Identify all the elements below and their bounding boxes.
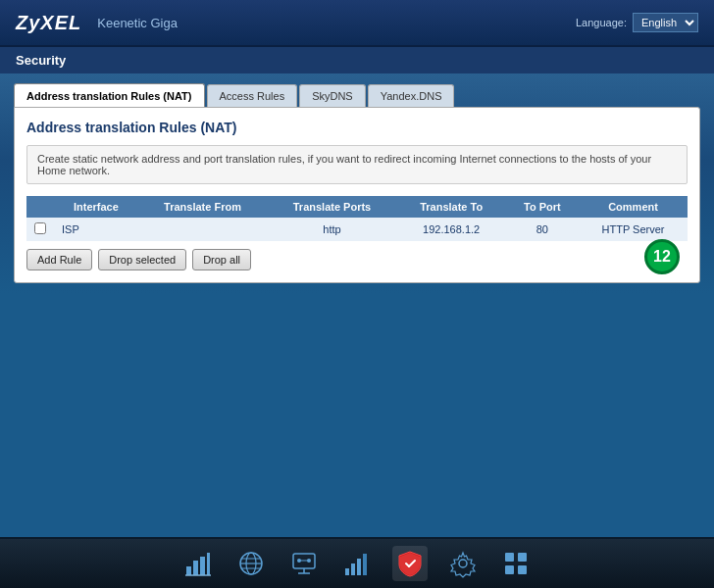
row-translate-from	[138, 218, 268, 241]
svg-rect-26	[518, 565, 527, 574]
security-taskbar-icon[interactable]	[392, 546, 428, 581]
product-name: Keenetic Giga	[97, 16, 178, 30]
svg-rect-3	[207, 553, 210, 575]
tab-nat[interactable]: Address translation Rules (NAT)	[14, 83, 205, 107]
rules-table: Interface Translate From Translate Ports…	[26, 196, 688, 241]
row-to-port: 80	[506, 218, 579, 241]
svg-point-22	[459, 560, 467, 567]
svg-rect-23	[505, 553, 514, 562]
col-comment: Comment	[579, 196, 688, 218]
row-checkbox[interactable]	[34, 222, 46, 234]
description-text: Create static network address and port t…	[26, 145, 688, 184]
main-panel: Address translation Rules (NAT) Create s…	[14, 107, 700, 283]
add-rule-button[interactable]: Add Rule	[26, 249, 92, 270]
row-checkbox-cell	[26, 218, 54, 241]
col-interface: Interface	[54, 196, 138, 218]
tab-yandex-dns[interactable]: Yandex.DNS	[368, 84, 455, 107]
row-comment: HTTP Server	[579, 218, 688, 241]
svg-rect-24	[518, 553, 527, 562]
row-interface: ISP	[54, 218, 138, 241]
col-translate-to: Translate To	[397, 196, 506, 218]
globe-icon[interactable]	[233, 546, 269, 581]
svg-rect-19	[363, 554, 367, 575]
settings-taskbar-icon[interactable]	[445, 546, 481, 581]
svg-rect-16	[345, 568, 349, 575]
svg-rect-0	[186, 566, 191, 575]
svg-rect-25	[505, 565, 514, 574]
table-row: ISP http 192.168.1.2 80 HTTP Server	[26, 218, 688, 241]
chart-icon[interactable]	[180, 546, 216, 581]
apps-taskbar-icon[interactable]	[498, 546, 534, 581]
tab-access-rules[interactable]: Access Rules	[207, 84, 298, 107]
language-section: Language: English	[576, 13, 698, 32]
row-translate-to: 192.168.1.2	[397, 218, 506, 241]
logo: ZyXEL	[16, 12, 81, 34]
col-checkbox	[26, 196, 54, 218]
svg-rect-17	[351, 564, 355, 575]
network-icon[interactable]	[286, 546, 322, 581]
actions-row: Add Rule Drop selected Drop all 12	[26, 249, 688, 270]
content-area: Address translation Rules (NAT) Access R…	[0, 74, 714, 293]
language-label: Language:	[576, 17, 627, 28]
row-translate-ports: http	[267, 218, 396, 241]
svg-rect-1	[193, 561, 198, 575]
drop-all-button[interactable]: Drop all	[192, 249, 251, 270]
col-translate-ports: Translate Ports	[267, 196, 396, 218]
language-select[interactable]: English	[633, 13, 698, 32]
header: ZyXEL Keenetic Giga Language: English	[0, 0, 714, 47]
taskbar	[0, 537, 714, 588]
svg-rect-2	[200, 557, 205, 575]
signal-icon[interactable]	[339, 546, 375, 581]
section-title: Security	[0, 47, 714, 74]
col-translate-from: Translate From	[138, 196, 268, 218]
col-to-port: To Port	[506, 196, 579, 218]
step-badge: 12	[644, 239, 680, 274]
svg-rect-18	[357, 559, 361, 575]
panel-title: Address translation Rules (NAT)	[26, 120, 688, 135]
drop-selected-button[interactable]: Drop selected	[98, 249, 186, 270]
tab-skydns[interactable]: SkyDNS	[299, 84, 366, 107]
tab-bar: Address translation Rules (NAT) Access R…	[14, 83, 700, 107]
